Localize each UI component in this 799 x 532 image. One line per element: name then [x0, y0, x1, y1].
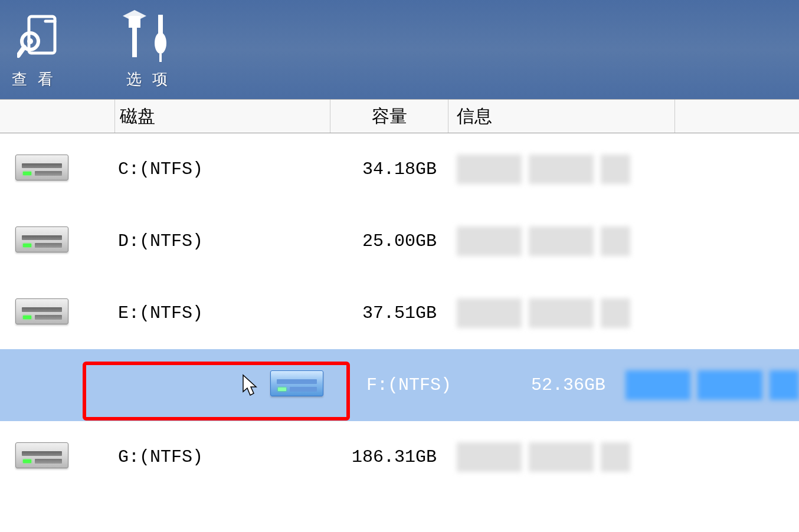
drive-icon — [15, 298, 68, 328]
drive-icon — [15, 226, 68, 256]
disk-label: D:(NTFS) — [77, 231, 330, 251]
cursor-icon — [242, 374, 260, 399]
header-capacity-column[interactable]: 容量 — [330, 100, 448, 133]
disk-info — [448, 226, 655, 256]
svg-rect-8 — [159, 54, 162, 62]
disk-row[interactable]: D:(NTFS)25.00GB — [0, 205, 799, 277]
drive-icon — [15, 155, 68, 184]
view-button[interactable]: 查看 — [12, 10, 64, 90]
header-disk-column[interactable]: 磁盘 — [115, 100, 330, 133]
disk-capacity: 186.31GB — [330, 447, 448, 467]
svg-rect-5 — [132, 28, 137, 57]
disk-label: C:(NTFS) — [77, 159, 330, 179]
view-label: 查看 — [12, 69, 64, 90]
disk-label: G:(NTFS) — [77, 447, 330, 467]
options-icon — [123, 10, 182, 63]
disk-info — [448, 298, 655, 328]
disk-info — [617, 370, 799, 400]
disk-capacity: 37.51GB — [330, 303, 448, 323]
drive-icon — [15, 442, 68, 472]
disk-label: E:(NTFS) — [77, 303, 330, 323]
disk-info — [448, 442, 655, 472]
column-headers: 磁盘 容量 信息 — [0, 99, 799, 133]
disk-row[interactable]: G:(NTFS)186.31GB — [0, 421, 799, 493]
disk-row[interactable]: C:(NTFS)34.18GB — [0, 133, 799, 205]
header-end-column[interactable] — [675, 100, 799, 133]
disk-list: C:(NTFS)34.18GBD:(NTFS)25.00GBE:(NTFS)37… — [0, 133, 799, 493]
disk-capacity: 25.00GB — [330, 231, 448, 251]
header-icon-column[interactable] — [0, 100, 115, 133]
toolbar: 查看 选项 — [0, 0, 799, 99]
options-label: 选项 — [126, 69, 178, 90]
svg-point-3 — [27, 38, 33, 44]
header-info-column[interactable]: 信息 — [448, 100, 675, 133]
svg-line-4 — [18, 47, 24, 55]
options-button[interactable]: 选项 — [123, 10, 182, 90]
drive-icon — [270, 370, 323, 400]
disk-label: F:(NTFS) — [325, 375, 526, 395]
disk-row[interactable]: F:(NTFS)52.36GB — [0, 349, 799, 421]
disk-row[interactable]: E:(NTFS)37.51GB — [0, 277, 799, 349]
disk-info — [448, 155, 655, 184]
svg-point-7 — [155, 32, 166, 54]
view-icon — [17, 10, 58, 63]
disk-capacity: 34.18GB — [330, 159, 448, 179]
disk-capacity: 52.36GB — [526, 375, 617, 395]
